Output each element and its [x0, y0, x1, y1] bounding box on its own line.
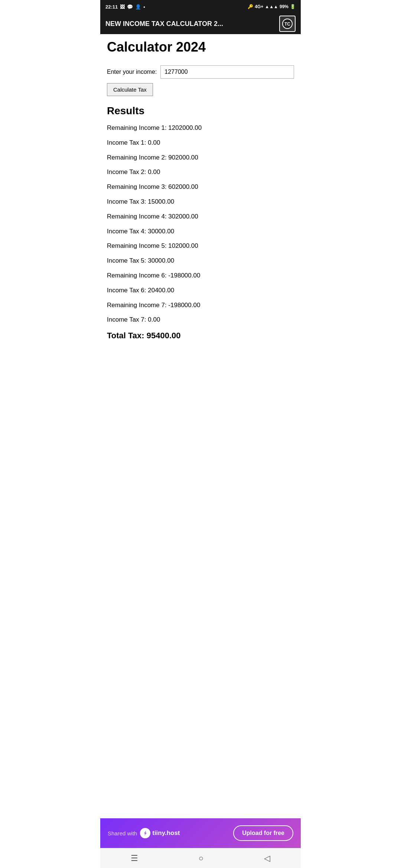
- total-tax-row: Total Tax: 95400.00: [107, 330, 294, 342]
- total-tax-value: 95400.00: [147, 331, 181, 340]
- calculate-tax-button[interactable]: Calculate Tax: [107, 83, 153, 96]
- result-item: Remaining Income 3: 602000.00: [107, 183, 294, 191]
- tc-icon: TC: [282, 19, 293, 29]
- home-icon: ○: [199, 854, 203, 863]
- total-tax-label: Total Tax:: [107, 331, 147, 340]
- banner-shared-text: Shared with: [108, 830, 137, 836]
- svg-text:TC: TC: [284, 22, 290, 27]
- lightning-icon: [142, 830, 149, 836]
- banner-logo: tiiny.host: [140, 828, 180, 838]
- status-whatsapp-icon: 💬: [127, 4, 133, 10]
- svg-marker-2: [144, 831, 147, 836]
- upload-for-free-button[interactable]: Upload for free: [233, 825, 293, 841]
- results-heading: Results: [107, 105, 294, 117]
- result-item: Remaining Income 1: 1202000.00: [107, 124, 294, 132]
- result-item: Remaining Income 7: -198000.00: [107, 301, 294, 310]
- nav-bar: ☰ ○ ◁: [100, 848, 301, 868]
- result-item: Income Tax 4: 30000.00: [107, 227, 294, 236]
- result-item: Income Tax 1: 0.00: [107, 138, 294, 147]
- status-network: 4G+: [255, 4, 263, 9]
- result-item: Remaining Income 6: -198000.00: [107, 271, 294, 280]
- nav-back-button[interactable]: ◁: [257, 850, 278, 867]
- input-row: Enter your income:: [107, 65, 294, 79]
- tiiny-host-icon: [140, 828, 150, 838]
- page-title: Calculator 2024: [107, 34, 294, 62]
- status-battery: 99%: [280, 4, 288, 9]
- result-item: Income Tax 7: 0.00: [107, 315, 294, 324]
- back-icon: ◁: [264, 854, 270, 863]
- results-list: Remaining Income 1: 1202000.00Income Tax…: [107, 124, 294, 324]
- nav-menu-button[interactable]: ☰: [123, 850, 146, 867]
- status-signal-icon: ▲▲▲: [265, 4, 278, 9]
- status-person-icon: 👤: [135, 4, 141, 10]
- status-time: 22:11: [105, 4, 118, 10]
- app-bar-title: NEW INCOME TAX CALCULATOR 2...: [105, 20, 276, 28]
- result-item: Income Tax 6: 20400.00: [107, 286, 294, 295]
- banner-left: Shared with tiiny.host: [108, 828, 180, 838]
- input-label: Enter your income:: [107, 69, 157, 75]
- status-dot: •: [143, 4, 145, 10]
- status-right: 🔑 4G+ ▲▲▲ 99% 🔋: [248, 4, 296, 9]
- result-item: Remaining Income 2: 902000.00: [107, 153, 294, 162]
- main-content: Calculator 2024 Enter your income: Calcu…: [100, 34, 301, 408]
- bottom-spacer: [107, 349, 294, 401]
- nav-home-button[interactable]: ○: [191, 850, 211, 867]
- menu-icon: ☰: [131, 854, 138, 863]
- status-image-icon: 🖼: [120, 4, 125, 10]
- result-item: Income Tax 2: 0.00: [107, 168, 294, 177]
- status-key-icon: 🔑: [248, 4, 253, 9]
- result-item: Income Tax 3: 15000.00: [107, 197, 294, 206]
- bottom-banner: Shared with tiiny.host Upload for free: [100, 818, 301, 848]
- status-left: 22:11 🖼 💬 👤 •: [105, 4, 145, 10]
- status-battery-icon: 🔋: [290, 4, 296, 9]
- brand-name: tiiny.host: [152, 829, 180, 837]
- income-input[interactable]: [160, 65, 294, 79]
- result-item: Remaining Income 5: 102000.00: [107, 241, 294, 250]
- status-bar: 22:11 🖼 💬 👤 • 🔑 4G+ ▲▲▲ 99% 🔋: [100, 0, 301, 13]
- app-bar-logo-icon[interactable]: TC: [279, 16, 296, 32]
- app-bar: NEW INCOME TAX CALCULATOR 2... TC: [100, 13, 301, 34]
- result-item: Income Tax 5: 30000.00: [107, 256, 294, 265]
- result-item: Remaining Income 4: 302000.00: [107, 212, 294, 221]
